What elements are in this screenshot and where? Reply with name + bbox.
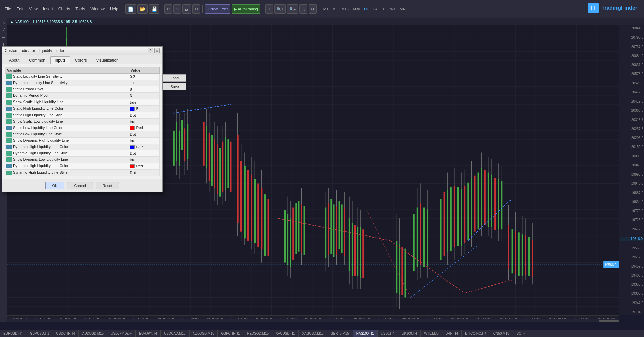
tab-us30[interactable]: US30,H4 (378, 330, 398, 337)
tab-xagusd[interactable]: XAGUSD,M15 (299, 330, 327, 337)
scrollbar-thumb[interactable] (599, 320, 619, 322)
tab-cn50[interactable]: CN50,M15 (490, 330, 513, 337)
tab-bitcoin[interactable]: BITCOINC,H4 (462, 330, 490, 337)
table-row[interactable]: Static Liquidity Line Sensitivity0.3 (5, 74, 160, 80)
svg-rect-209 (478, 173, 479, 230)
row-icon (6, 74, 12, 79)
print-btn[interactable]: 🖨 (182, 4, 191, 14)
crosshair-btn[interactable]: ✛ (265, 4, 273, 14)
color-swatch[interactable] (130, 126, 135, 130)
zoom-in-btn[interactable]: 🔍+ (274, 4, 286, 14)
menu-charts[interactable]: Charts (56, 4, 72, 14)
hline-tool[interactable]: — (1, 34, 7, 40)
table-row[interactable]: Static High Liquidity Line StyleDot (5, 112, 160, 118)
save-btn[interactable]: 💾 (149, 4, 159, 14)
tab-gbpchf[interactable]: GBPCHF,H1 (218, 330, 244, 337)
autotrading-button[interactable]: ▶ AutoTrading (232, 4, 260, 14)
horizontal-scrollbar[interactable] (7, 319, 619, 322)
price-label: 20366.8 (620, 109, 643, 112)
tab-usdchf[interactable]: USDCHF,H4 (53, 330, 79, 337)
reset-button[interactable]: Reset (96, 182, 119, 189)
variable-cell: Show Dynamic High Liquidity Line (5, 137, 128, 144)
new-order-button[interactable]: + New Order (205, 4, 231, 14)
arrow-tool[interactable]: ↖ (1, 20, 7, 26)
zoom-out-btn[interactable]: 🔍- (287, 4, 298, 14)
tab-about[interactable]: About (5, 56, 24, 64)
menu-file[interactable]: File (3, 4, 13, 14)
tab-nzdsgd[interactable]: NZDSGD,M15 (244, 330, 272, 337)
undo-btn[interactable]: ↩ (164, 4, 172, 14)
tab-ger40[interactable]: GER40,M15 (327, 330, 353, 337)
tf-mn[interactable]: MN (398, 7, 407, 11)
tf-m5[interactable]: M5 (331, 7, 339, 11)
table-row[interactable]: Dynamic High Liquidity Line ColorBlue (5, 144, 160, 150)
menu-edit[interactable]: Edit (14, 4, 25, 14)
ok-button[interactable]: OK (45, 182, 65, 189)
load-button[interactable]: Load (163, 74, 186, 82)
table-row[interactable]: Static Low Liquidity Line StyleDot (5, 131, 160, 137)
redo-btn[interactable]: ↪ (173, 4, 181, 14)
tab-brn[interactable]: BRN,H4 (442, 330, 462, 337)
tf-w1[interactable]: W1 (388, 7, 397, 11)
dialog-help-button[interactable]: ? (148, 48, 153, 53)
tab-eurjpy[interactable]: EURJPY,H4 (136, 330, 161, 337)
color-swatch[interactable] (130, 164, 135, 168)
dialog-titlebar[interactable]: Custom Indicator - liquidity_finder ? × (2, 47, 162, 55)
table-row[interactable]: Show Dynamic High Liquidity Linetrue (5, 137, 160, 144)
tf-m30[interactable]: M30 (351, 7, 362, 11)
tf-m1[interactable]: M1 (322, 7, 330, 11)
tab-uk100[interactable]: UK100,H4 (398, 330, 421, 337)
tab-eurusd[interactable]: EURUSD,H4 (0, 330, 26, 337)
tab-nzdusd[interactable]: NZDUSD,M15 (190, 330, 218, 337)
table-row[interactable]: Static Low Liquidity Line ColorRed (5, 125, 160, 131)
svg-rect-185 (427, 209, 428, 266)
line-tool[interactable]: ╱ (1, 27, 7, 33)
tab-inputs[interactable]: Inputs (50, 56, 70, 64)
menu-window[interactable]: Window (88, 4, 107, 14)
svg-rect-215 (488, 173, 489, 227)
tf-h4[interactable]: H4 (371, 7, 379, 11)
tab-usdcad[interactable]: USDCAD,M15 (161, 330, 189, 337)
email-btn[interactable]: ✉ (192, 4, 200, 14)
menu-insert[interactable]: Insert (41, 4, 55, 14)
table-row[interactable]: Show Dynamic Low Liquidity Linetrue (5, 157, 160, 163)
color-swatch[interactable] (130, 145, 135, 149)
dialog-close-button[interactable]: × (154, 48, 160, 53)
tf-h1[interactable]: H1 (362, 7, 370, 11)
tab-xauusd[interactable]: XAUUSD,H1 (272, 330, 299, 337)
open-btn[interactable]: 📂 (137, 4, 148, 14)
tab-gbpusd[interactable]: GBPUSD,H1 (26, 330, 53, 337)
menu-view[interactable]: View (27, 4, 40, 14)
tab-colors[interactable]: Colors (71, 56, 91, 64)
table-row[interactable]: Dynamic Period Pivot3 (5, 93, 160, 99)
price-label: 19565.0 (620, 246, 643, 250)
table-row[interactable]: Static Period Pivot8 (5, 86, 160, 93)
table-row[interactable]: Synamic High Liquidity Line StyleDot (5, 170, 160, 176)
tab-visualization[interactable]: Visualization (92, 56, 123, 64)
table-row[interactable]: Dynamic High Liquidity Line StyleDot (5, 150, 160, 157)
table-row[interactable]: Show Static High Liquidity Linetrue (5, 99, 160, 106)
save-button[interactable]: Save (163, 83, 186, 90)
table-row[interactable]: Show Static Low Liquidity Linetrue (5, 118, 160, 125)
tab-audusd[interactable]: AUDUSD,M15 (79, 330, 107, 337)
tab-wtl[interactable]: WTL,M30 (421, 330, 442, 337)
tab-scroll-right[interactable]: SO ↔ (513, 330, 529, 337)
tab-usdjpy[interactable]: USDJPY,Daily (107, 330, 136, 337)
svg-rect-173 (401, 247, 403, 295)
table-row[interactable]: Dynamic Liquidity Line Sensitivity1.0 (5, 80, 160, 86)
properties-btn[interactable]: ⚙ (309, 4, 317, 14)
tab-nas100[interactable]: NAS100,H1 (353, 330, 378, 337)
tab-common[interactable]: Common (24, 56, 50, 64)
svg-rect-195 (454, 186, 455, 247)
zoom-select-btn[interactable]: ⬚ (299, 4, 307, 14)
new-chart-btn[interactable]: 📄 (125, 4, 136, 14)
svg-rect-169 (396, 241, 397, 293)
table-row[interactable]: Dynamic High Liquidity Line ColorRed (5, 163, 160, 170)
menu-tools[interactable]: Tools (73, 4, 87, 14)
table-row[interactable]: Static High Liquidity Line ColorBlue (5, 106, 160, 112)
menu-help[interactable]: Help (108, 4, 120, 14)
tf-d1[interactable]: D1 (380, 7, 388, 11)
cancel-button[interactable]: Cancel (67, 182, 93, 189)
color-swatch[interactable] (130, 107, 135, 111)
tf-m15[interactable]: M15 (340, 7, 350, 11)
